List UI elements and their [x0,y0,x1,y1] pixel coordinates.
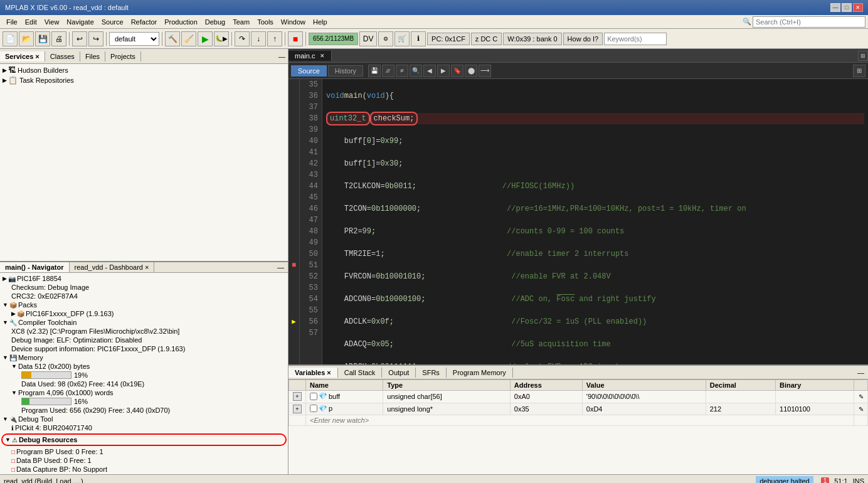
tab-history[interactable]: History [328,65,363,77]
nav-unlimited-bp: □Unlimited BP (S/W): Enabled [1,474,287,474]
gutter-45 [288,192,299,203]
tab-navigator[interactable]: main() - Navigator [0,262,70,272]
minimize-button[interactable]: — [830,3,840,12]
undo-button[interactable]: ↩ [72,31,87,46]
tab-variables[interactable]: Variables × [288,368,338,378]
menu-help[interactable]: Help [309,17,331,27]
menu-navigate[interactable]: Navigate [63,17,97,27]
menu-debug[interactable]: Debug [201,17,229,27]
tab-source[interactable]: Source [291,65,327,77]
dv-button[interactable]: DV [359,31,377,46]
nav-device-support[interactable]: Device support information: PIC16F1xxxx_… [1,344,287,353]
maximize-button[interactable]: □ [842,3,852,12]
tab-sfrs[interactable]: SFRs [416,368,447,378]
right-panel: main.c✕ ⊞ Source History 💾 ⫻ ≠ 🔍 ◀ ▶ 🔖 ⬤… [288,49,868,474]
nav-checksum[interactable]: Checksum: Debug Image [1,283,287,292]
nav-pic16f-dfp[interactable]: ▶📦PIC16F1xxxx_DFP (1.9.163) [1,309,287,318]
step-out-button[interactable]: ↑ [267,31,282,46]
menu-source[interactable]: Source [98,17,127,27]
var-add-btn-buff[interactable]: + [289,391,306,403]
menu-window[interactable]: Window [277,17,309,27]
dv2-button[interactable]: ⚙ [378,31,393,46]
bottom-panel-minimize-btn[interactable]: — [854,369,868,376]
open-button[interactable]: 📂 [19,31,34,46]
var-row-new-watch[interactable] [289,415,868,426]
nav-pickit4[interactable]: ℹPICkit 4: BUR204071740 [1,423,287,432]
new-watch-input[interactable] [310,417,850,424]
tab-classes[interactable]: Classes [45,51,80,61]
gutter-50 [288,248,299,260]
nav-crc32[interactable]: CRC32: 0xE02F87A4 [1,292,287,300]
save-button[interactable]: 💾 [35,31,50,46]
bottom-panel-minimize-btn[interactable]: — [273,263,288,271]
nav-data-512[interactable]: ▼Data 512 (0x200) bytes [1,362,287,371]
src-save-btn[interactable]: 💾 [368,65,381,77]
close-button[interactable]: ✕ [853,3,863,12]
var-edit-btn-p[interactable]: ✎ [854,403,868,415]
src-bp-btn[interactable]: ⬤ [465,65,477,77]
var-check-buff[interactable] [310,393,317,400]
panel-minimize-btn[interactable]: — [276,53,288,60]
nav-program-4096[interactable]: ▼Program 4,096 (0x1000) words [1,388,287,397]
menu-team[interactable]: Team [229,17,253,27]
tab-output[interactable]: Output [382,368,416,378]
menu-view[interactable]: View [41,17,63,27]
menu-production[interactable]: Production [161,17,201,27]
build-button[interactable]: 🔨 [165,31,180,46]
tab-program-memory[interactable]: Program Memory [447,368,513,378]
nav-debug-resources[interactable]: ▼⚠Debug Resources [1,433,287,446]
config-dropdown[interactable]: default [109,32,159,46]
clean-build-button[interactable]: 🧹 [181,31,196,46]
step-over-button[interactable]: ↷ [235,31,250,46]
step-into-button[interactable]: ↓ [251,31,266,46]
toolbar: 📄 📂 💾 🖨 ↩ ↪ default 🔨 🧹 ▶ 🐛▶ ↷ ↓ ↑ ■ 656… [0,29,868,49]
editor-maximize-btn[interactable]: ⊞ [858,51,868,61]
nav-debug-tool[interactable]: ▼🔌Debug Tool [1,415,287,423]
var-row-buff: + 💎 buff unsigned char[56] 0xA0 [289,391,868,403]
keyword-input[interactable] [604,33,667,45]
tab-projects[interactable]: Projects [105,51,141,61]
src-bookmark-btn[interactable]: 🔖 [451,65,463,77]
menu-edit[interactable]: Edit [21,17,41,27]
var-check-p[interactable] [310,405,317,412]
src-format-btn[interactable]: ⫻ [382,65,394,77]
src-diff-btn[interactable]: ≠ [396,65,408,77]
tree-item-task-repos[interactable]: ▶ 📋 Task Repositories [1,75,287,85]
var-add-btn-p[interactable]: + [289,403,306,415]
src-search-btn[interactable]: 🔍 [410,65,422,77]
src-run-to-btn[interactable]: ⟶ [479,65,491,77]
tab-services[interactable]: Services × [0,51,45,61]
tab-files[interactable]: Files [80,51,105,61]
tab-call-stack[interactable]: Call Stack [338,368,383,378]
gutter-35 [288,79,299,90]
nav-xc8[interactable]: XC8 (v2.32) [C:\Program Files\Microchip\… [1,327,287,336]
debug-button[interactable]: 🐛▶ [214,31,229,46]
tab-dashboard[interactable]: read_vdd - Dashboard × [70,262,155,272]
menu-refactor[interactable]: Refactor [127,17,161,27]
src-nav-back-btn[interactable]: ◀ [423,65,436,77]
run-button[interactable]: ▶ [198,31,213,46]
search-input[interactable] [753,16,865,28]
nav-pic16f[interactable]: ▶📷PIC16F 18854 [1,274,287,283]
src-nav-fwd-btn[interactable]: ▶ [437,65,450,77]
editor-tab-main-c[interactable]: main.c✕ [288,51,332,61]
var-edit-btn-buff[interactable]: ✎ [854,391,868,403]
menu-file[interactable]: File [3,17,21,27]
print-button[interactable]: 🖨 [51,31,66,46]
nav-packs[interactable]: ▼📦Packs [1,300,287,309]
nav-compiler[interactable]: ▼🔧Compiler Toolchain [1,318,287,327]
nav-memory[interactable]: ▼💾Memory [1,353,287,362]
info-button[interactable]: ℹ [411,31,426,46]
bottom-panel: Variables × Call Stack Output SFRs Progr… [288,364,868,474]
cart-button[interactable]: 🛒 [394,31,410,46]
stop-button[interactable]: ■ [288,31,303,46]
code-line-40: T2CON=0b11000000; //pre=16=1MHz,PR4=100=… [326,203,864,215]
new-file-button[interactable]: 📄 [3,31,18,46]
gutter-52 [288,271,299,282]
src-expand-btn[interactable]: ⊞ [853,65,865,77]
nav-debug-image[interactable]: Debug Image: ELF: Optimization: Disabled [1,336,287,344]
code-content[interactable]: void main(void){ uint32_t checkSum; buff… [322,79,868,364]
redo-button[interactable]: ↪ [88,31,103,46]
menu-tools[interactable]: Tools [253,17,277,27]
tree-item-hudson[interactable]: ▶ 🏗 Hudson Builders [1,65,287,75]
